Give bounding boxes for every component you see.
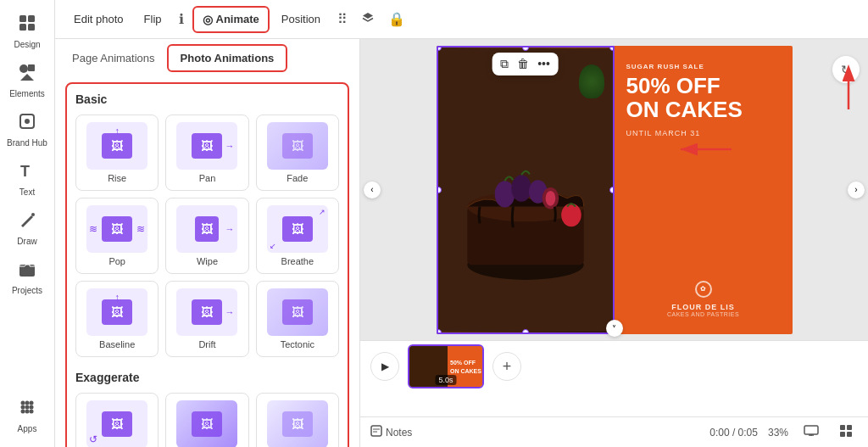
sidebar-item-apps[interactable]: Apps [0, 391, 54, 440]
text-icon: T [18, 161, 36, 184]
copy-icon[interactable]: ⧉ [500, 57, 509, 71]
sidebar: Design Elements Brand Hub T Text [0, 0, 55, 447]
notes-label: Notes [386, 427, 412, 439]
canvas-scroll-left[interactable]: ‹ [364, 182, 381, 198]
pan-label: Pan [199, 173, 216, 183]
sel-handle-mr[interactable] [609, 187, 615, 193]
anim-pan[interactable]: → 🖼 Pan [165, 115, 248, 191]
anim-breathe[interactable]: ↗ 🖼 ↙ Breathe [256, 198, 339, 274]
svg-point-14 [30, 401, 34, 405]
logo-name: FLOUR DE LIS [671, 303, 735, 311]
position-button[interactable]: Position [273, 8, 329, 31]
grid-view-button[interactable] [834, 422, 858, 443]
anim-pop[interactable]: ≋ 🖼 ≋ Pop [75, 198, 159, 274]
svg-rect-2 [19, 24, 26, 31]
anim-rise[interactable]: ↑ 🖼 Rise [75, 115, 159, 191]
timeline-duration: 5.0s [435, 375, 456, 385]
svg-point-16 [25, 405, 30, 410]
svg-rect-40 [804, 426, 818, 434]
sel-handle-mb[interactable] [522, 329, 529, 334]
refresh-button[interactable]: ↻ [832, 56, 860, 83]
lock-icon[interactable]: 🔒 [383, 6, 410, 32]
tab-photo-animations[interactable]: Photo Animations [167, 44, 288, 72]
basic-section-title: Basic [75, 92, 339, 106]
svg-point-32 [561, 203, 581, 226]
anim-ex1[interactable]: ↺ 🖼 [75, 393, 159, 447]
sidebar-item-apps-label: Apps [18, 424, 37, 433]
svg-point-12 [21, 401, 25, 405]
grid-icon[interactable]: ⠿ [332, 6, 353, 32]
photo-image [438, 47, 613, 332]
sidebar-item-design-label: Design [14, 40, 40, 49]
sidebar-item-projects-label: Projects [12, 286, 42, 295]
canvas-photo[interactable]: ⧉ 🗑 ••• [437, 46, 615, 334]
svg-point-27 [494, 181, 515, 207]
sidebar-item-draw-label: Draw [17, 237, 36, 246]
sel-handle-tr[interactable] [609, 46, 615, 51]
animation-scroll-area[interactable]: Basic ↑ 🖼 Rise → [55, 72, 359, 447]
apps-icon [18, 398, 36, 421]
svg-rect-0 [19, 15, 26, 22]
svg-point-31 [545, 190, 555, 205]
anim-ex3[interactable]: 🖼 [256, 393, 339, 447]
delete-icon[interactable]: 🗑 [517, 57, 529, 70]
sidebar-item-design[interactable]: Design [0, 7, 54, 56]
anim-ex2[interactable]: 🖼 [165, 393, 248, 447]
anim-baseline[interactable]: ↑ 🖼 Baseline [75, 281, 159, 357]
svg-rect-37 [371, 426, 381, 436]
exaggerate-section-title: Exaggerate [75, 371, 339, 384]
projects-icon [18, 260, 36, 282]
basic-animations-grid: ↑ 🖼 Rise → 🖼 Pan [75, 115, 339, 357]
logo-circle: ✿ [695, 281, 712, 298]
svg-point-10 [31, 213, 35, 216]
svg-point-4 [19, 64, 28, 73]
design-icon [18, 14, 36, 36]
sidebar-item-brand-hub[interactable]: Brand Hub [0, 105, 54, 154]
sidebar-item-text-label: Text [19, 187, 35, 197]
svg-point-13 [25, 401, 30, 405]
brand-hub-icon [18, 112, 36, 135]
sidebar-item-projects[interactable]: Projects [0, 253, 54, 302]
info-icon[interactable]: ℹ [174, 6, 189, 32]
svg-point-18 [21, 410, 25, 414]
animate-button[interactable]: ◎ Animate [192, 6, 270, 33]
sel-handle-bl[interactable] [437, 329, 442, 334]
sidebar-item-text[interactable]: T Text [0, 154, 54, 204]
play-button[interactable]: ▶ [370, 352, 399, 381]
baseline-label: Baseline [99, 339, 135, 349]
top-toolbar: Edit photo Flip ℹ ◎ Animate Position ⠿ 🔒 [55, 0, 868, 39]
desktop-view-button[interactable] [798, 422, 824, 442]
rise-label: Rise [108, 173, 126, 183]
design-canvas[interactable]: ⧉ 🗑 ••• [437, 46, 793, 334]
anim-drift[interactable]: → 🖼 Drift [165, 281, 248, 357]
zoom-display[interactable]: 33% [768, 427, 788, 439]
anim-wipe[interactable]: → 🖼 Wipe [165, 198, 248, 274]
canvas-orange-panel: SUGAR RUSH SALE 50% OFF ON CAKES UNTIL M… [615, 46, 793, 334]
canvas-scroll-bottom[interactable]: ˅ [606, 320, 623, 337]
canvas-scroll-area[interactable]: ⧉ 🗑 ••• [360, 39, 868, 340]
sel-handle-tl[interactable] [437, 46, 442, 51]
edit-photo-button[interactable]: Edit photo [65, 8, 132, 31]
fade-label: Fade [287, 173, 308, 183]
svg-point-20 [30, 410, 34, 414]
svg-marker-6 [20, 74, 34, 81]
breathe-label: Breathe [281, 256, 314, 266]
svg-rect-46 [847, 432, 852, 437]
animation-panel: Page Animations Photo Animations Basic ↑… [55, 39, 360, 447]
flip-button[interactable]: Flip [136, 8, 170, 31]
svg-rect-44 [847, 425, 852, 430]
anim-fade[interactable]: 🖼 Fade [256, 115, 339, 191]
timeline-thumbnail[interactable]: 50% OFF ON CAKES 5.0s [408, 344, 484, 388]
canvas-scroll-right[interactable]: › [848, 182, 865, 198]
sidebar-item-draw[interactable]: Draw [0, 204, 54, 253]
sidebar-item-elements[interactable]: Elements [0, 56, 54, 105]
layers-icon[interactable] [356, 6, 380, 33]
right-sidebar: ↻ [832, 56, 860, 83]
more-icon[interactable]: ••• [537, 57, 550, 70]
add-slide-button[interactable]: + [492, 352, 521, 381]
main-panel: Edit photo Flip ℹ ◎ Animate Position ⠿ 🔒… [55, 0, 868, 447]
tab-page-animations[interactable]: Page Animations [60, 46, 167, 70]
svg-point-19 [25, 410, 30, 414]
notes-button[interactable]: Notes [370, 425, 412, 439]
anim-tectonic[interactable]: 🖼 Tectonic [256, 281, 339, 357]
